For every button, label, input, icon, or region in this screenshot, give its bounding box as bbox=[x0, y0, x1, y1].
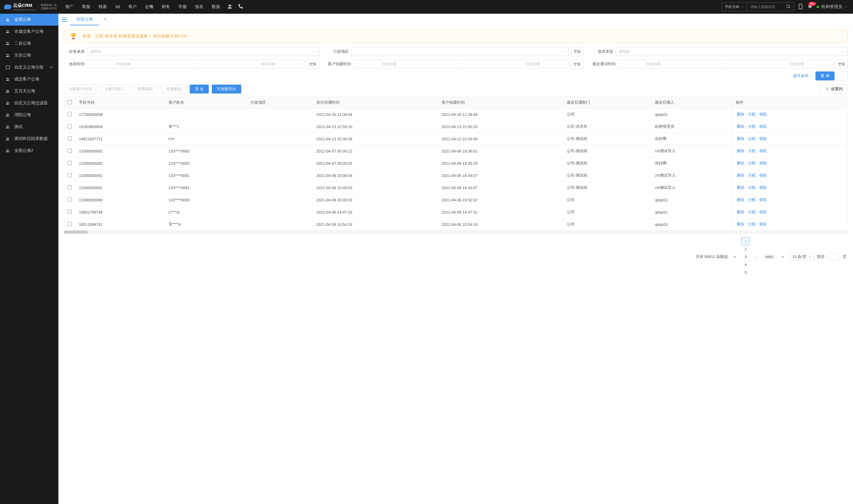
source-select[interactable]: 请选择 bbox=[87, 47, 319, 56]
givetime-range[interactable]: 开始日期~结束日期 bbox=[87, 59, 304, 69]
page-3[interactable]: 3 bbox=[742, 253, 749, 260]
row-delete[interactable]: 删除 bbox=[736, 173, 746, 178]
row-delete[interactable]: 删除 bbox=[736, 112, 746, 116]
row-checkbox[interactable] bbox=[68, 112, 72, 116]
row-delete[interactable]: 删除 bbox=[736, 161, 746, 165]
givetype-select[interactable]: 请选择 bbox=[616, 47, 848, 56]
user-menu[interactable]: 机构管理员 bbox=[817, 4, 848, 10]
expand-filters[interactable]: 展开条件 bbox=[793, 73, 813, 79]
table-row[interactable]: 15601799749s****st2021-04-06 14:47:33202… bbox=[64, 206, 847, 218]
row-checkbox[interactable] bbox=[68, 124, 72, 128]
topnav-客服[interactable]: 客服 bbox=[78, 0, 94, 14]
sidebar-item-测试[interactable]: 测试 bbox=[0, 121, 58, 133]
query-button[interactable]: 查 询 bbox=[815, 71, 835, 80]
page-4[interactable]: 4 bbox=[742, 260, 749, 268]
topnav-线索[interactable]: 线索 bbox=[94, 0, 111, 14]
table-row[interactable]: 13300000091133****00912021-04-06 20:00:0… bbox=[64, 169, 847, 182]
row-take[interactable]: 领取 bbox=[758, 173, 768, 178]
row-take[interactable]: 领取 bbox=[758, 222, 768, 227]
row-take[interactable]: 领取 bbox=[758, 197, 768, 202]
sidebar-item-非成交客户公海[interactable]: 非成交客户公海 bbox=[0, 25, 58, 38]
prev-page[interactable]: < bbox=[731, 253, 739, 260]
row-delete[interactable]: 删除 bbox=[736, 137, 746, 141]
row-checkbox[interactable] bbox=[68, 173, 72, 177]
export-button[interactable]: 导 出 bbox=[190, 85, 209, 93]
refresh-button[interactable] bbox=[837, 71, 848, 80]
horizontal-scrollbar[interactable] bbox=[64, 231, 847, 234]
row-take[interactable]: 领取 bbox=[758, 137, 768, 141]
topnav-客户[interactable]: 客户 bbox=[124, 0, 141, 14]
row-assign[interactable]: 分配 bbox=[747, 137, 757, 141]
row-assign[interactable]: 分配 bbox=[747, 222, 757, 227]
row-checkbox[interactable] bbox=[68, 222, 72, 226]
tab-list-toggle[interactable] bbox=[58, 14, 70, 25]
row-delete[interactable]: 删除 bbox=[736, 222, 746, 227]
tab-all-pool[interactable]: 全部公海 bbox=[70, 14, 99, 25]
topnav-数据[interactable]: 数据 bbox=[207, 0, 224, 14]
set-columns-button[interactable]: 设置列 bbox=[820, 85, 848, 93]
search-type-select[interactable]: 手机号码 bbox=[722, 3, 747, 11]
row-take[interactable]: 领取 bbox=[758, 124, 768, 129]
bulk-delete-button[interactable]: 批量删除 bbox=[161, 85, 187, 93]
add-user-icon[interactable] bbox=[227, 4, 233, 11]
row-assign[interactable]: 分配 bbox=[747, 210, 757, 214]
page-size-select[interactable]: 10 条/页 bbox=[790, 253, 814, 260]
row-checkbox[interactable] bbox=[68, 149, 72, 153]
sidebar-item-五月天公海[interactable]: 五月天公海 bbox=[0, 85, 58, 97]
table-row[interactable]: 18511888741安****a2021-04-06 10:54:192021… bbox=[64, 218, 847, 231]
row-take[interactable]: 领取 bbox=[758, 161, 768, 165]
next-page[interactable]: > bbox=[779, 253, 786, 260]
row-delete[interactable]: 删除 bbox=[736, 124, 746, 129]
page-2[interactable]: 2 bbox=[742, 245, 749, 253]
page-5[interactable]: 5 bbox=[742, 268, 749, 276]
row-delete[interactable]: 删除 bbox=[736, 197, 746, 202]
givetime-empty-btn[interactable]: 空值 bbox=[307, 59, 319, 69]
createtime-empty-btn[interactable]: 空值 bbox=[571, 59, 583, 69]
sidebar-item-成交客户公海[interactable]: 成交客户公海 bbox=[0, 73, 58, 85]
select-all[interactable] bbox=[68, 100, 72, 104]
topnav-IM[interactable]: IM bbox=[111, 0, 124, 14]
table-row[interactable]: 177000000092021-04-20 11:39:442021-04-20… bbox=[64, 108, 847, 121]
table-row[interactable]: 15263663656客***12021-04-13 22:50:202021-… bbox=[64, 121, 847, 133]
topnav-财务[interactable]: 财务 bbox=[158, 0, 174, 14]
table-row[interactable]: 14621837712h*h2021-04-13 22:30:392021-04… bbox=[64, 133, 847, 145]
calltime-empty-btn[interactable]: 空值 bbox=[835, 59, 848, 69]
sidebar-item-全部公海2[interactable]: 全部公海2 bbox=[0, 145, 58, 157]
row-take[interactable]: 领取 bbox=[758, 185, 768, 190]
sidebar-item-自定义公海过滤器[interactable]: 自定义公海过滤器 bbox=[0, 97, 58, 109]
createtime-range[interactable]: 开始日期~结束日期 bbox=[353, 59, 568, 69]
topnav-报名[interactable]: 报名 bbox=[191, 0, 207, 14]
tab-add[interactable]: + bbox=[99, 16, 111, 23]
export-plain-button[interactable]: 不加密导出 bbox=[212, 85, 241, 93]
sidebar-item-注安公海[interactable]: 注安公海 bbox=[0, 50, 58, 61]
row-delete[interactable]: 删除 bbox=[736, 185, 746, 190]
sidebar-item-测试昨日回库数据[interactable]: 测试昨日回库数据 bbox=[0, 133, 58, 145]
sidebar-item-全部公海[interactable]: 全部公海 bbox=[0, 14, 58, 25]
assign-dept-button[interactable]: 分配到部门 bbox=[100, 85, 130, 93]
bell-icon[interactable]: 99+ bbox=[807, 4, 813, 11]
row-assign[interactable]: 分配 bbox=[747, 161, 757, 165]
row-checkbox[interactable] bbox=[68, 197, 72, 202]
topnav-公海[interactable]: 公海 bbox=[141, 0, 158, 14]
bulk-take-button[interactable]: 批量领取 bbox=[132, 85, 158, 93]
mobile-icon[interactable] bbox=[798, 4, 803, 11]
assign-manager-button[interactable]: 分配客户经理 bbox=[64, 85, 97, 93]
table-row[interactable]: 13300000092133****00922021-04-07 00:00:0… bbox=[64, 157, 847, 169]
region-empty-btn[interactable]: 空值 bbox=[571, 47, 583, 56]
row-checkbox[interactable] bbox=[68, 185, 72, 190]
row-checkbox[interactable] bbox=[68, 161, 72, 165]
row-delete[interactable]: 删除 bbox=[736, 149, 746, 153]
row-checkbox[interactable] bbox=[68, 137, 72, 141]
row-assign[interactable]: 分配 bbox=[747, 173, 757, 178]
search-input[interactable] bbox=[747, 5, 783, 9]
row-delete[interactable]: 删除 bbox=[736, 210, 746, 214]
search-button[interactable] bbox=[783, 4, 794, 10]
row-assign[interactable]: 分配 bbox=[747, 112, 757, 116]
row-assign[interactable]: 分配 bbox=[747, 185, 757, 190]
logo[interactable]: 云朵CRM www.yunduocrm.com 教育机构一站式服务云平台 bbox=[0, 0, 61, 14]
row-checkbox[interactable] bbox=[68, 210, 72, 214]
table-row[interactable]: 13300000090133****00902021-04-06 20:00:0… bbox=[64, 194, 847, 206]
sidebar-item-二咨公海[interactable]: 二咨公海 bbox=[0, 38, 58, 50]
row-assign[interactable]: 分配 bbox=[747, 124, 757, 129]
topnav-学服[interactable]: 学服 bbox=[174, 0, 191, 14]
